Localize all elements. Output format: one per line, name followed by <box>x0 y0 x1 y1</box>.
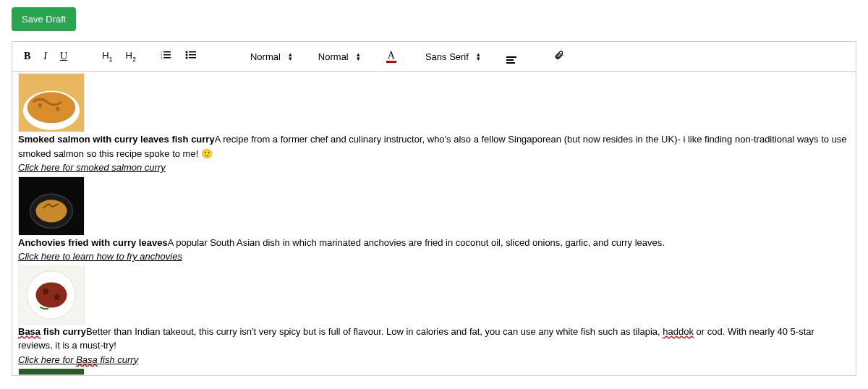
svg-point-23 <box>43 288 48 294</box>
svg-point-14 <box>27 92 76 123</box>
spellcheck-error: haddok <box>663 326 694 337</box>
svg-rect-5 <box>163 57 171 59</box>
svg-rect-9 <box>189 54 196 56</box>
font-family-select[interactable]: Sans Serif ▴▾ <box>421 50 482 64</box>
bold-button[interactable]: B <box>20 49 35 64</box>
svg-text:3: 3 <box>161 56 162 59</box>
chevron-updown-icon: ▴▾ <box>477 52 480 61</box>
svg-point-15 <box>38 103 42 108</box>
recipe-image <box>18 368 85 375</box>
svg-point-19 <box>35 200 67 222</box>
svg-point-6 <box>185 51 187 54</box>
chevron-updown-icon: ▴▾ <box>289 52 292 61</box>
editor-content[interactable]: Smoked salmon with curry leaves fish cur… <box>12 72 856 375</box>
svg-rect-7 <box>189 51 196 53</box>
font-family-label: Sans Serif <box>425 51 469 62</box>
entry-title: Smoked salmon with curry leaves fish cur… <box>18 134 215 145</box>
recipe-link[interactable]: Click here to learn how to fry anchovies <box>18 251 182 262</box>
svg-rect-11 <box>189 57 196 59</box>
entry-line: Anchovies fried with curry leavesA popul… <box>18 236 850 250</box>
ordered-list-button[interactable]: 123 <box>156 49 176 64</box>
unordered-list-button[interactable] <box>181 49 201 64</box>
entry-title: Basa fish curry <box>18 326 86 337</box>
recipe-image <box>18 265 85 325</box>
text-color-icon: A <box>386 51 396 63</box>
align-button[interactable] <box>502 48 521 65</box>
spellcheck-error: Basa <box>76 354 98 365</box>
entry-body: Better than Indian takeout, this curry i… <box>18 326 814 351</box>
font-size-label: Normal <box>318 51 349 62</box>
svg-rect-25 <box>19 369 84 375</box>
font-size-select[interactable]: Normal ▴▾ <box>314 50 362 64</box>
svg-point-24 <box>54 294 60 300</box>
svg-rect-3 <box>163 54 171 56</box>
heading1-button[interactable]: H1 <box>98 48 116 64</box>
recipe-image <box>18 176 85 236</box>
rich-text-editor: B I U H1 H2 123 Normal ▴▾ Normal ▴▾ <box>12 41 856 376</box>
attachment-button[interactable] <box>550 48 569 64</box>
recipe-link[interactable]: Click here for Basa fish curry <box>18 354 138 365</box>
svg-rect-1 <box>163 51 171 53</box>
spellcheck-error: Basa <box>18 326 41 337</box>
editor-toolbar: B I U H1 H2 123 Normal ▴▾ Normal ▴▾ <box>12 42 856 72</box>
block-format-select[interactable]: Normal ▴▾ <box>246 50 294 64</box>
align-icon <box>506 56 516 64</box>
entry-body: A popular South Asian dish in which mari… <box>168 237 665 248</box>
text-color-button[interactable]: A <box>382 48 401 64</box>
save-draft-button[interactable]: Save Draft <box>12 7 76 31</box>
underline-button[interactable]: U <box>56 49 72 64</box>
svg-point-10 <box>185 57 187 59</box>
svg-point-16 <box>56 107 60 111</box>
svg-point-8 <box>185 54 187 56</box>
recipe-image <box>18 73 85 132</box>
heading2-button[interactable]: H2 <box>122 48 140 64</box>
recipe-link[interactable]: Click here for smoked salmon curry <box>18 162 166 173</box>
entry-line: Smoked salmon with curry leaves fish cur… <box>18 132 850 161</box>
entry-line: Basa fish curryBetter than Indian takeou… <box>18 325 850 353</box>
paperclip-icon <box>554 50 564 60</box>
chevron-updown-icon: ▴▾ <box>357 52 360 61</box>
block-format-label: Normal <box>250 51 281 62</box>
svg-point-22 <box>35 282 67 307</box>
entry-title: Anchovies fried with curry leaves <box>18 237 168 248</box>
italic-button[interactable]: I <box>39 49 51 64</box>
